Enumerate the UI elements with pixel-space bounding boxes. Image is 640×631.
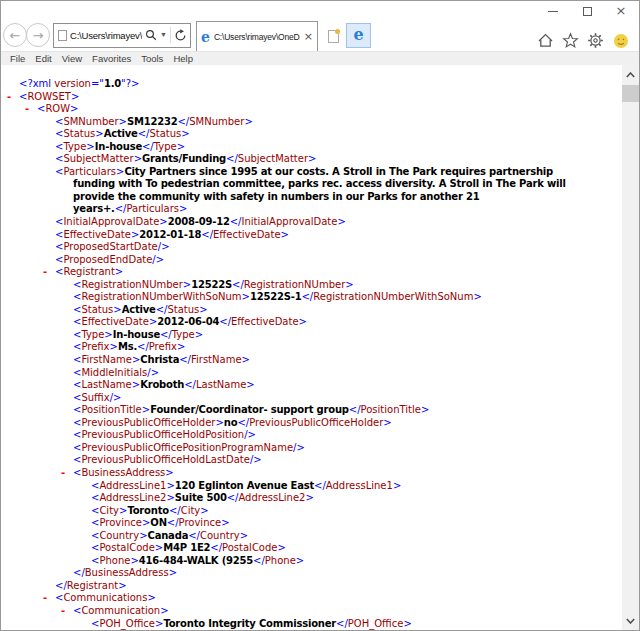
xml-tag-name: FirstName (191, 354, 242, 365)
menu-item-view[interactable]: View (57, 53, 87, 64)
xml-tag-name: Type (172, 329, 195, 340)
collapse-toggle[interactable]: - (43, 266, 55, 279)
new-tab-button[interactable] (323, 21, 343, 51)
xml-tag-name: Particulars (126, 203, 179, 214)
tab-close-icon[interactable]: × (304, 31, 313, 42)
forward-button[interactable]: → (26, 23, 50, 47)
xml-line-AddressLine1: <AddressLine1>120 Eglinton Avenue East</… (1, 480, 619, 493)
xml-line-EffectiveDate: <EffectiveDate>2012-06-04</EffectiveDate… (1, 316, 619, 329)
menu-item-help[interactable]: Help (168, 53, 198, 64)
collapse-toggle[interactable]: - (43, 592, 55, 605)
xml-tag-name: RegistrationNUmberWithSoNum (81, 291, 241, 302)
tab-active[interactable]: e C:\Users\rimayev\OneDrive... × (196, 21, 318, 51)
ie-logo-icon: e (353, 27, 363, 43)
address-input[interactable]: C:\Users\rimayev\OneDriv (70, 30, 142, 41)
xml-markup: > (130, 555, 138, 566)
xml-tag-name: RegistrationNUmberWithSoNum (313, 291, 473, 302)
menu-bar: FileEditViewFavoritesToolsHelp (1, 51, 639, 65)
back-button[interactable]: ← (3, 23, 27, 47)
home-icon[interactable] (537, 32, 554, 49)
minimize-button[interactable] (547, 6, 559, 16)
xml-text-value: 2008-09-12 (168, 216, 230, 227)
xml-line-RegistrationNUmber: <RegistrationNUmber>12522S</Registration… (1, 279, 619, 292)
xml-text-value: 2012-01-18 (139, 229, 201, 240)
xml-markup: > (308, 153, 316, 164)
xml-markup: </ (336, 618, 348, 629)
xml-markup: > (71, 91, 79, 102)
xml-line-Type: <Type>In-house</Type> (1, 141, 619, 154)
xml-tag-name: PreviousPublicOfficeHolder (249, 417, 383, 428)
address-dropdown-caret[interactable]: ▼ (160, 31, 167, 39)
xml-markup: </ (184, 379, 196, 390)
scrollbar-thumb[interactable] (622, 85, 639, 102)
maximize-button[interactable] (581, 6, 593, 16)
menu-item-file[interactable]: File (5, 53, 30, 64)
xml-tag-name: Province (179, 517, 222, 528)
maximize-icon (583, 7, 592, 16)
xml-tag-name: SubjectMatter (238, 153, 308, 164)
xml-text-value: Canada (148, 530, 189, 541)
page-icon (58, 30, 67, 41)
xml-markup: /> (147, 367, 159, 378)
xml-tag-name: LastName (81, 379, 131, 390)
xml-tag-name: Particulars (63, 166, 116, 177)
collapse-toggle[interactable]: - (25, 103, 37, 116)
xml-markup: > (70, 103, 78, 114)
xml-line-ProposedStartDate: <ProposedStartDate/> (1, 241, 619, 254)
xml-markup: > (165, 467, 173, 478)
vertical-scrollbar[interactable] (622, 65, 639, 630)
xml-markup: > (393, 480, 401, 491)
scroll-up-button[interactable] (622, 66, 639, 83)
xml-markup: > (277, 542, 285, 553)
xml-markup: </ (349, 404, 361, 415)
collapse-toggle[interactable]: - (61, 467, 73, 480)
xml-line-Communication: -<Communication> (1, 605, 619, 618)
xml-tag-name: PreviousPublicOfficeHoldPosition (81, 429, 244, 440)
xml-markup: </ (201, 229, 213, 240)
xml-markup: > (159, 216, 167, 227)
star-icon[interactable] (562, 32, 579, 49)
menu-item-favorites[interactable]: Favorites (87, 53, 136, 64)
scroll-down-button[interactable] (622, 612, 639, 629)
xml-tag-name: City (181, 505, 201, 516)
xml-markup: > (421, 404, 429, 415)
xml-declaration: <?xml version="1.0"?> (1, 78, 619, 91)
xml-markup: /> (158, 241, 170, 252)
xml-markup: =" (91, 78, 104, 89)
collapse-toggle[interactable]: - (7, 91, 19, 104)
xml-tag-name: Type (63, 141, 86, 152)
xml-markup: > (383, 417, 391, 428)
xml-text-value: Active (104, 128, 138, 139)
xml-text-value: years+. (73, 203, 115, 214)
xml-tag-name: EffectiveDate (231, 316, 299, 327)
address-bar[interactable]: C:\Users\rimayev\OneDriv ▼ (53, 23, 191, 48)
xml-markup: <?xml (19, 78, 54, 89)
xml-text-value: SM12232 (127, 116, 178, 127)
xml-markup: > (166, 492, 174, 503)
xml-markup: </ (219, 316, 231, 327)
close-button[interactable]: × (615, 6, 627, 16)
xml-text-value: Ms. (118, 341, 137, 352)
xml-text-value: City Partners since 1995 at our costs. A… (124, 166, 553, 177)
xml-tag-name: EffectiveDate (213, 229, 281, 240)
xml-markup: </ (227, 492, 239, 503)
xml-markup: </ (156, 304, 168, 315)
menu-item-edit[interactable]: Edit (30, 53, 56, 64)
xml-line-Communications: -<Communications> (1, 592, 619, 605)
smiley-icon[interactable] (612, 32, 629, 49)
xml-tag-name: RegistrationNUmber (81, 279, 182, 290)
search-icon[interactable] (145, 29, 157, 41)
xml-tag-name: Status (63, 128, 95, 139)
xml-line-Particulars-cont: funding with To pedestrian committee, pa… (1, 178, 619, 191)
menu-item-tools[interactable]: Tools (136, 53, 168, 64)
xml-markup: </ (142, 141, 154, 152)
collapse-toggle[interactable]: - (61, 605, 73, 618)
xml-markup: > (132, 379, 140, 390)
quick-icons (537, 32, 629, 49)
ie-logo-button[interactable]: e (346, 23, 371, 48)
xml-line-InitialApprovalDate: <InitialApprovalDate>2008-09-12</Initial… (1, 216, 619, 229)
xml-text-value: provide the community with safety in num… (73, 191, 479, 202)
xml-text-value: Suite 500 (175, 492, 227, 503)
refresh-icon[interactable] (174, 29, 187, 42)
gear-icon[interactable] (587, 32, 604, 49)
